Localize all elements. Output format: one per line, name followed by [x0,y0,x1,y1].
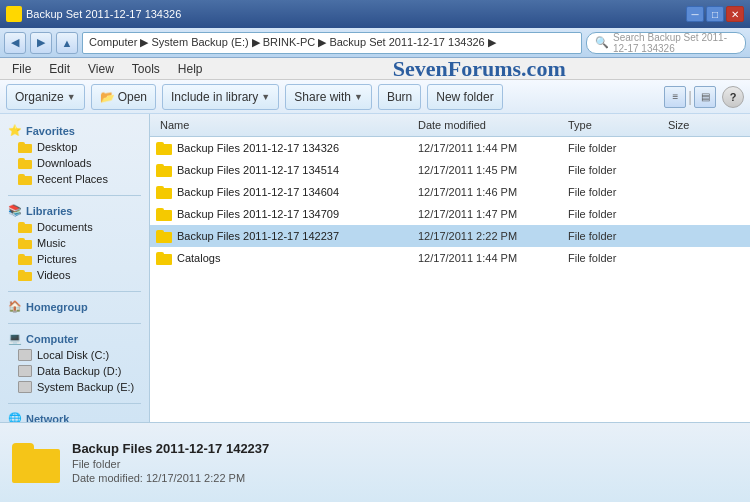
col-header-type[interactable]: Type [564,117,664,133]
col-header-date[interactable]: Date modified [414,117,564,133]
search-box[interactable]: 🔍 Search Backup Set 2011-12-17 134326 [586,32,746,54]
drive-icon [18,381,32,393]
data-d-label: Data Backup (D:) [37,365,121,377]
file-name-cell: Backup Files 2011-12-17 134514 [156,164,414,177]
status-info: Backup Files 2011-12-17 142237 File fold… [72,441,269,484]
site-title: SevenForums.com [213,58,746,80]
col-header-size[interactable]: Size [664,117,744,133]
divider-1 [8,195,141,196]
sidebar-item-recent[interactable]: Recent Places [0,171,149,187]
folder-icon [18,142,32,153]
sidebar: ⭐ Favorites Desktop Downloads Recent Pla… [0,114,150,422]
share-with-button[interactable]: Share with ▼ [285,84,372,110]
search-icon: 🔍 [595,36,609,49]
status-date: Date modified: 12/17/2011 2:22 PM [72,472,269,484]
view-toggle-button[interactable]: ≡ [664,86,686,108]
network-icon: 🌐 [8,412,22,422]
sidebar-item-music[interactable]: Music [0,235,149,251]
downloads-label: Downloads [37,157,91,169]
organize-arrow-icon: ▼ [67,92,76,102]
sidebar-item-videos[interactable]: Videos [0,267,149,283]
folder-icon [156,230,172,243]
menu-edit[interactable]: Edit [41,60,78,78]
favorites-label: Favorites [26,125,75,137]
col-header-name[interactable]: Name [156,117,414,133]
computer-icon: 💻 [8,332,22,345]
title-bar-left: Backup Set 2011-12-17 134326 [6,6,181,22]
minimize-button[interactable]: ─ [686,6,704,22]
sidebar-section-favorites: ⭐ Favorites Desktop Downloads Recent Pla… [0,120,149,187]
pictures-label: Pictures [37,253,77,265]
divider-2 [8,291,141,292]
sidebar-item-pictures[interactable]: Pictures [0,251,149,267]
sidebar-header-homegroup: 🏠 Homegroup [0,296,149,315]
divider-4 [8,403,141,404]
sidebar-header-computer: 💻 Computer [0,328,149,347]
table-row[interactable]: Backup Files 2011-12-17 134514 12/17/201… [150,159,750,181]
menu-help[interactable]: Help [170,60,211,78]
status-folder-icon [12,443,60,483]
status-name: Backup Files 2011-12-17 142237 [72,441,269,456]
view-details-button[interactable]: ▤ [694,86,716,108]
title-bar: Backup Set 2011-12-17 134326 ─ □ ✕ [0,0,750,28]
sidebar-item-data-d[interactable]: Data Backup (D:) [0,363,149,379]
menu-file[interactable]: File [4,60,39,78]
up-button[interactable]: ▲ [56,32,78,54]
folder-icon [156,164,172,177]
folder-icon [18,158,32,169]
back-button[interactable]: ◀ [4,32,26,54]
maximize-button[interactable]: □ [706,6,724,22]
file-name: Backup Files 2011-12-17 142237 [177,230,339,242]
sidebar-header-favorites: ⭐ Favorites [0,120,149,139]
file-type: File folder [564,208,664,220]
window-title: Backup Set 2011-12-17 134326 [26,8,181,20]
organize-button[interactable]: Organize ▼ [6,84,85,110]
address-path[interactable]: Computer ▶ System Backup (E:) ▶ BRINK-PC… [82,32,582,54]
sidebar-header-libraries: 📚 Libraries [0,200,149,219]
recent-label: Recent Places [37,173,108,185]
network-label: Network [26,413,69,423]
new-folder-button[interactable]: New folder [427,84,502,110]
sidebar-section-homegroup: 🏠 Homegroup [0,296,149,315]
table-row[interactable]: ➤ Backup Files 2011-12-17 142237 12/17/2… [150,225,750,247]
file-name: Catalogs [177,252,220,264]
file-date: 12/17/2011 1:44 PM [414,142,564,154]
computer-label: Computer [26,333,78,345]
system-e-label: System Backup (E:) [37,381,134,393]
open-button[interactable]: 📂 Open [91,84,156,110]
menu-view[interactable]: View [80,60,122,78]
sidebar-item-system-e[interactable]: System Backup (E:) [0,379,149,395]
folder-icon [18,222,32,233]
folder-icon [18,270,32,281]
close-button[interactable]: ✕ [726,6,744,22]
file-date: 12/17/2011 2:22 PM [414,230,564,242]
homegroup-label: Homegroup [26,301,88,313]
menu-tools[interactable]: Tools [124,60,168,78]
burn-button[interactable]: Burn [378,84,421,110]
share-arrow-icon: ▼ [354,92,363,102]
file-name-cell: Backup Files 2011-12-17 134604 [156,186,414,199]
sidebar-item-local-c[interactable]: Local Disk (C:) [0,347,149,363]
table-row[interactable]: Backup Files 2011-12-17 134709 12/17/201… [150,203,750,225]
organize-label: Organize [15,90,64,104]
desktop-label: Desktop [37,141,77,153]
file-name: Backup Files 2011-12-17 134514 [177,164,339,176]
table-row[interactable]: Catalogs 12/17/2011 1:44 PM File folder [150,247,750,269]
include-arrow-icon: ▼ [261,92,270,102]
table-row[interactable]: Backup Files 2011-12-17 134326 12/17/201… [150,137,750,159]
music-label: Music [37,237,66,249]
new-folder-label: New folder [436,90,493,104]
sidebar-section-network: 🌐 Network [0,408,149,422]
forward-button[interactable]: ▶ [30,32,52,54]
help-button[interactable]: ? [722,86,744,108]
main-layout: ⭐ Favorites Desktop Downloads Recent Pla… [0,114,750,422]
divider-3 [8,323,141,324]
sidebar-item-downloads[interactable]: Downloads [0,155,149,171]
sidebar-item-desktop[interactable]: Desktop [0,139,149,155]
table-row[interactable]: Backup Files 2011-12-17 134604 12/17/201… [150,181,750,203]
include-in-library-button[interactable]: Include in library ▼ [162,84,279,110]
search-placeholder: Search Backup Set 2011-12-17 134326 [613,32,737,54]
open-label: Open [118,90,147,104]
sidebar-item-documents[interactable]: Documents [0,219,149,235]
file-date: 12/17/2011 1:46 PM [414,186,564,198]
